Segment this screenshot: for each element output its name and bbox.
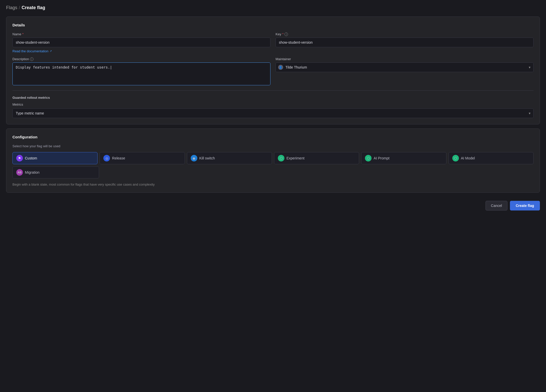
breadcrumb-parent[interactable]: Flags [6,5,17,10]
divider [12,90,534,91]
maintainer-select-wrapper: 👤 Tilde Thurium ▾ [276,62,534,72]
flag-type-kill-switch[interactable]: ◉ Kill switch [187,152,272,164]
doc-link[interactable]: Read the documentation ↗ [12,49,270,53]
configuration-title: Configuration [12,135,534,139]
name-group: Name * Read the documentation ↗ [12,32,270,53]
flag-type-release[interactable]: ◎ Release [100,152,185,164]
kill-switch-icon: ◉ [191,155,197,161]
key-input[interactable] [276,38,534,47]
custom-label: Custom [25,156,37,160]
flag-types-row2: AB Migration [12,166,534,178]
metrics-label: Metrics [12,103,534,106]
ai-model-label: AI Model [461,156,475,160]
maintainer-group: Maintainer 👤 Tilde Thurium ▾ [276,57,534,85]
maintainer-avatar: 👤 [278,65,283,70]
key-info-icon: i [284,32,288,36]
key-label: Key * i [276,32,534,36]
name-required: * [22,32,24,36]
experiment-label: Experiment [286,156,304,160]
flag-type-custom[interactable]: ⚑ Custom [12,152,98,164]
flag-type-ai-model[interactable]: ⬡ AI Model [448,152,534,164]
experiment-icon: ⬡ [278,155,284,161]
page-footer: Cancel Create flag [6,197,540,211]
ai-model-icon: ⬡ [452,155,459,161]
maintainer-label: Maintainer [276,57,534,61]
breadcrumb-current: Create flag [22,5,45,10]
kill-switch-label: Kill switch [199,156,215,160]
custom-icon: ⚑ [16,155,23,161]
breadcrumb: Flags / Create flag [6,5,540,10]
name-label: Name * [12,32,270,36]
flag-description: Begin with a blank slate, most common fo… [12,183,534,186]
release-label: Release [112,156,125,160]
cancel-button[interactable]: Cancel [486,201,507,210]
configuration-card: Configuration Select how your flag will … [6,128,540,193]
description-label: Description i [12,57,270,61]
flag-type-ai-prompt[interactable]: ⬡ AI Prompt [361,152,446,164]
metrics-select[interactable]: Type metric name [12,108,534,118]
config-select-label: Select how your flag will be used [12,144,534,148]
name-key-row: Name * Read the documentation ↗ Key * i [12,32,534,53]
breadcrumb-separator: / [19,5,20,10]
key-required: * [282,32,283,36]
details-card: Details Name * Read the documentation ↗ … [6,17,540,124]
migration-icon: AB [16,169,23,176]
maintainer-select[interactable]: Tilde Thurium [276,62,534,72]
external-link-icon: ↗ [50,50,52,53]
ai-prompt-icon: ⬡ [365,155,372,161]
release-icon: ◎ [103,155,110,161]
create-flag-button[interactable]: Create flag [510,201,540,210]
flag-type-experiment[interactable]: ⬡ Experiment [274,152,359,164]
ai-prompt-label: AI Prompt [374,156,389,160]
flag-type-migration[interactable]: AB Migration [12,166,99,178]
guarded-title: Guarded rollout metrics [12,96,534,100]
description-group: Description i Display features intended … [12,57,270,85]
migration-spacer [101,166,534,178]
desc-maintainer-row: Description i Display features intended … [12,57,534,85]
description-info-icon: i [30,57,34,61]
metrics-select-wrapper: Type metric name ▾ [12,108,534,118]
flag-types-grid: ⚑ Custom ◎ Release ◉ Kill switch ⬡ Exper… [12,152,534,164]
key-group: Key * i [276,32,534,53]
migration-label: Migration [25,170,40,174]
details-title: Details [12,23,534,27]
description-textarea[interactable]: Display features intended for student us… [12,62,270,85]
name-input[interactable] [12,38,270,47]
